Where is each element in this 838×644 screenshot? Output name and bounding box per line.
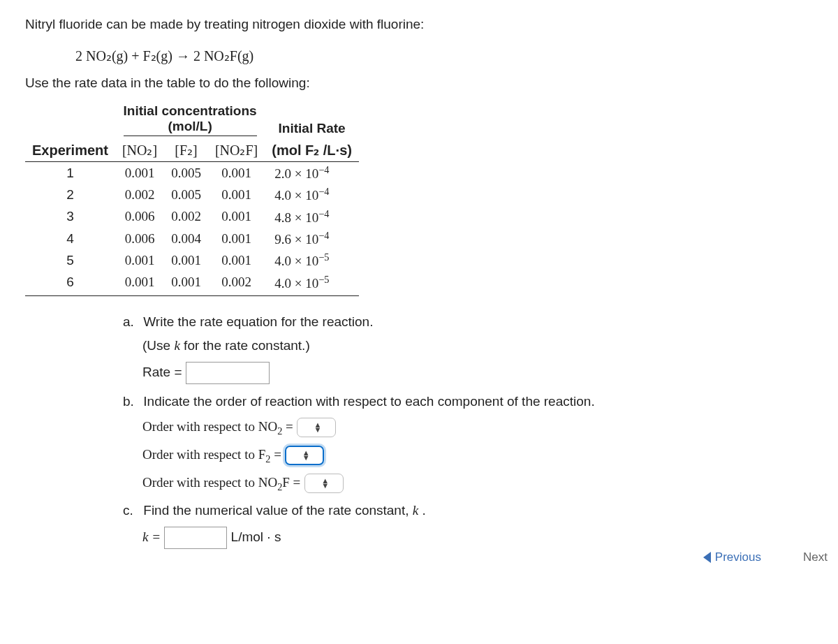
- col-no2f: [NO₂F]: [208, 139, 265, 162]
- rate-data-table: Initial concentrations (mol/L) Initial R…: [25, 101, 359, 296]
- part-c-label: c.: [123, 503, 140, 518]
- previous-button[interactable]: Previous: [696, 546, 768, 569]
- table-row: 40.0060.0040.0019.6 × 10−4: [25, 228, 359, 249]
- order-no2f-label: Order with respect to NO2F =: [142, 475, 300, 490]
- part-c: c. Find the numerical value of the rate …: [123, 503, 689, 549]
- k-prefix: k =: [142, 529, 161, 544]
- instruction-text: Use the rate data in the table to do the…: [25, 75, 813, 91]
- part-b: b. Indicate the order of reaction with r…: [123, 394, 689, 493]
- table-row: 20.0020.0050.0014.0 × 10−4: [25, 184, 359, 205]
- rate-constant-input[interactable]: [164, 527, 227, 549]
- rate-prefix: Rate =: [142, 365, 182, 379]
- part-a-hint: (Use k for the rate constant.): [142, 338, 310, 353]
- reaction-equation: 2 NO₂(g) + F₂(g) → 2 NO₂F(g): [25, 42, 813, 75]
- col-no2: [NO₂]: [115, 139, 164, 162]
- part-a-label: a.: [123, 314, 140, 330]
- col-f2: [F₂]: [164, 139, 208, 162]
- part-b-label: b.: [123, 394, 140, 409]
- order-f2-stepper[interactable]: ▲▼: [285, 446, 324, 465]
- rate-header: Initial Rate: [265, 101, 359, 139]
- table-row: 30.0060.0020.0014.8 × 10−4: [25, 206, 359, 228]
- k-unit: L/mol · s: [231, 529, 281, 544]
- chevron-down-icon: ▼: [302, 455, 310, 460]
- group-header-top: Initial concentrations: [124, 103, 257, 119]
- table-row: 50.0010.0010.0014.0 × 10−5: [25, 249, 359, 271]
- table-row: 10.0010.0050.0012.0 × 10−4: [25, 162, 359, 184]
- rate-equation-input[interactable]: [186, 362, 270, 384]
- part-a-text: Write the rate equation for the reaction…: [143, 314, 373, 329]
- part-a: a. Write the rate equation for the react…: [123, 314, 689, 384]
- col-rate: (mol F₂ /L·s): [265, 139, 359, 162]
- part-b-text: Indicate the order of reaction with resp…: [143, 394, 594, 409]
- order-no2-stepper[interactable]: ▲▼: [297, 418, 336, 437]
- intro-text: Nitryl fluoride can be made by treating …: [25, 17, 813, 32]
- part-c-text: Find the numerical value of the rate con…: [143, 503, 426, 518]
- group-header-bottom: (mol/L): [124, 119, 257, 136]
- table-body: 10.0010.0050.0012.0 × 10−420.0020.0050.0…: [25, 162, 359, 296]
- order-no2f-stepper[interactable]: ▲▼: [304, 474, 344, 493]
- order-no2-label: Order with respect to NO2 =: [142, 419, 293, 434]
- col-experiment: Experiment: [25, 139, 115, 162]
- chevron-down-icon: ▼: [321, 483, 329, 488]
- next-button[interactable]: Next: [796, 546, 838, 569]
- order-f2-label: Order with respect to F2 =: [142, 447, 281, 462]
- chevron-down-icon: ▼: [314, 427, 322, 432]
- table-row: 60.0010.0010.0024.0 × 10−5: [25, 272, 359, 296]
